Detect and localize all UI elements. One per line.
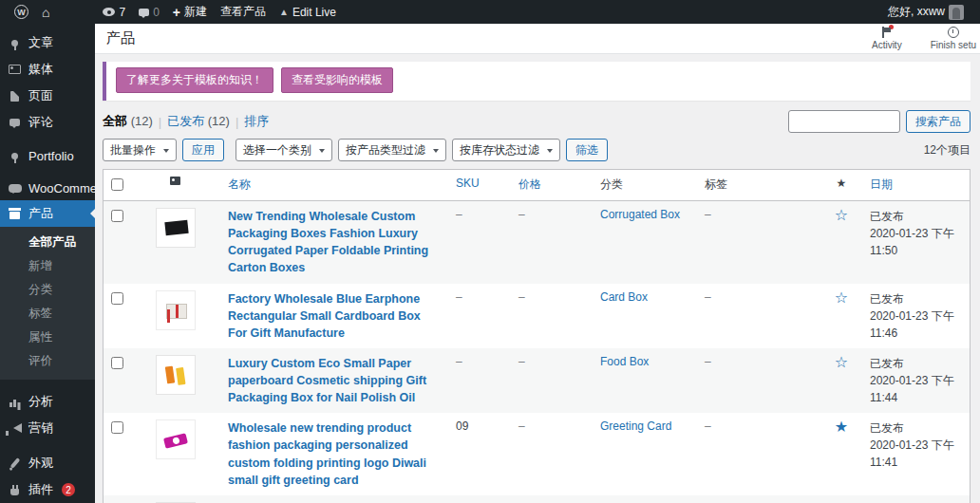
- row-checkbox[interactable]: [111, 421, 123, 434]
- product-thumbnail[interactable]: [156, 419, 196, 459]
- bulk-action-select[interactable]: 批量操作: [103, 139, 177, 161]
- items-count: 12个项目: [924, 142, 971, 158]
- new-content-button[interactable]: + 新建: [166, 0, 214, 24]
- row-checkbox[interactable]: [111, 210, 123, 222]
- price-value: –: [518, 208, 525, 221]
- view-published-link[interactable]: 已发布 (12): [167, 113, 230, 130]
- home-icon: ⌂: [42, 6, 49, 19]
- learn-more-templates-button[interactable]: 了解更多关于模板的知识！: [116, 67, 273, 93]
- publish-date: 2020-01-23 下午11:41: [870, 437, 962, 471]
- submenu-categories[interactable]: 分类: [0, 278, 95, 302]
- comments-count: 0: [153, 6, 160, 19]
- submenu-tags[interactable]: 标签: [0, 302, 95, 326]
- apply-button[interactable]: 应用: [182, 139, 224, 161]
- row-checkbox[interactable]: [111, 357, 123, 369]
- sidebar-item-pages[interactable]: 页面: [0, 83, 95, 109]
- products-submenu: 全部产品 新增 分类 标签 属性 评价: [0, 227, 95, 380]
- submenu-reviews[interactable]: 评价: [0, 349, 95, 373]
- updates-icon: [103, 8, 115, 16]
- search-products-button[interactable]: 搜索产品: [906, 110, 971, 133]
- price-value: –: [518, 355, 525, 368]
- sidebar-item-products[interactable]: 产品: [0, 200, 95, 227]
- product-name-link[interactable]: New Trending Wholesale Custom Packaging …: [228, 208, 441, 277]
- chevron-down-icon: [319, 149, 325, 156]
- category-link[interactable]: Food Box: [600, 355, 649, 368]
- product-name-link[interactable]: Factory Wholesale Blue Earphone Rectangu…: [228, 290, 441, 342]
- finish-setup-button[interactable]: Finish setu: [927, 25, 980, 52]
- elementor-icon: ▲: [279, 7, 289, 17]
- table-header-row: 名称 SKU 价格 分类 标签 ★ 日期: [104, 170, 970, 201]
- search-input[interactable]: [788, 110, 900, 133]
- sidebar-item-comments[interactable]: 评论: [0, 109, 95, 136]
- template-notice: 了解更多关于模板的知识！ 查看受影响的模板: [103, 62, 971, 101]
- updates-count: 7: [119, 6, 125, 19]
- stock-status-filter-select[interactable]: 按库存状态过滤: [452, 139, 560, 161]
- view-sort-link[interactable]: 排序: [244, 113, 269, 130]
- sidebar-item-marketing[interactable]: 营销: [0, 415, 95, 441]
- product-thumbnail[interactable]: [156, 208, 196, 248]
- featured-star-toggle[interactable]: ☆: [835, 207, 848, 223]
- product-name-link[interactable]: Wholesale new trending product fashion p…: [228, 419, 441, 489]
- comments-icon: [9, 119, 20, 126]
- sidebar-item-posts[interactable]: 文章: [0, 29, 95, 56]
- column-header-name[interactable]: 名称: [220, 170, 448, 200]
- account-menu[interactable]: 您好, xxww: [881, 0, 971, 24]
- category-link[interactable]: Corrugated Box: [600, 208, 680, 221]
- tags-value: –: [705, 355, 711, 368]
- edit-live-button[interactable]: ▲ Edit Live: [273, 0, 343, 24]
- activity-flag-icon: [881, 27, 893, 38]
- featured-star-toggle[interactable]: ★: [835, 419, 848, 435]
- visit-site-button[interactable]: ⌂: [35, 0, 56, 24]
- sidebar-item-woocommerce[interactable]: WooCommerce: [0, 177, 95, 200]
- table-row: Factory Wholesale Blue Earphone Rectangu…: [104, 284, 970, 348]
- products-icon: [9, 212, 20, 219]
- publish-status: 已发布: [870, 290, 962, 307]
- product-type-filter-select[interactable]: 按产品类型过滤: [338, 139, 446, 161]
- view-product-button[interactable]: 查看产品: [214, 0, 273, 24]
- chevron-down-icon: [433, 149, 439, 156]
- category-link[interactable]: Card Box: [600, 290, 648, 304]
- column-header-price[interactable]: 价格: [511, 170, 593, 200]
- product-thumbnail[interactable]: [156, 290, 196, 330]
- wordpress-menu-button[interactable]: W: [8, 0, 35, 24]
- page-title: 产品: [106, 29, 135, 47]
- category-filter-select[interactable]: 选择一个类别: [236, 139, 332, 161]
- admin-bar: W ⌂ 7 0 + 新建 查看产品 ▲ Edit Live: [0, 0, 980, 24]
- filter-button[interactable]: 筛选: [566, 139, 608, 161]
- sidebar-item-analytics[interactable]: 分析: [0, 388, 95, 415]
- column-header-category: 分类: [593, 170, 697, 200]
- comments-icon: [139, 9, 149, 16]
- select-all-checkbox[interactable]: [111, 178, 123, 191]
- updates-button[interactable]: 7: [96, 0, 132, 24]
- featured-star-toggle[interactable]: ☆: [835, 289, 848, 306]
- view-all-link[interactable]: 全部 (12): [103, 113, 153, 130]
- woocommerce-icon: [9, 184, 22, 193]
- category-link[interactable]: Greeting Card: [600, 419, 671, 433]
- submenu-add-new[interactable]: 新增: [0, 254, 95, 278]
- comments-button[interactable]: 0: [132, 0, 166, 24]
- sidebar-item-portfolio[interactable]: Portfolio: [0, 144, 95, 168]
- row-checkbox[interactable]: [111, 292, 123, 305]
- submenu-all-products[interactable]: 全部产品: [0, 231, 95, 254]
- wordpress-logo-icon: W: [14, 5, 28, 19]
- page-header: 产品 Activity Finish setu: [95, 24, 980, 54]
- submenu-attributes[interactable]: 属性: [0, 326, 95, 349]
- publish-date: 2020-01-23 下午11:50: [870, 225, 962, 259]
- tags-value: –: [705, 419, 711, 433]
- activity-panel-button[interactable]: Activity: [868, 25, 906, 52]
- product-name-link[interactable]: Luxury Custom Eco Small Paper paperboard…: [228, 355, 441, 406]
- product-thumbnail[interactable]: [156, 355, 196, 395]
- brush-icon: [9, 457, 20, 469]
- sidebar-item-media[interactable]: 媒体: [0, 56, 95, 83]
- publish-date: 2020-01-23 下午11:44: [870, 372, 962, 406]
- table-row: Luxury Custom Eco Small Paper paperboard…: [104, 348, 970, 413]
- products-table: 名称 SKU 价格 分类 标签 ★ 日期 New Trending Wholes…: [103, 169, 971, 503]
- tags-value: –: [705, 290, 711, 304]
- view-affected-templates-button[interactable]: 查看受影响的模板: [281, 67, 393, 93]
- sidebar-item-plugins[interactable]: 插件2: [0, 476, 95, 503]
- sidebar-item-appearance[interactable]: 外观: [0, 450, 95, 476]
- image-column-icon: [170, 177, 180, 185]
- featured-star-toggle[interactable]: ☆: [835, 354, 848, 370]
- column-header-date[interactable]: 日期: [862, 170, 970, 200]
- column-header-sku[interactable]: SKU: [448, 170, 511, 200]
